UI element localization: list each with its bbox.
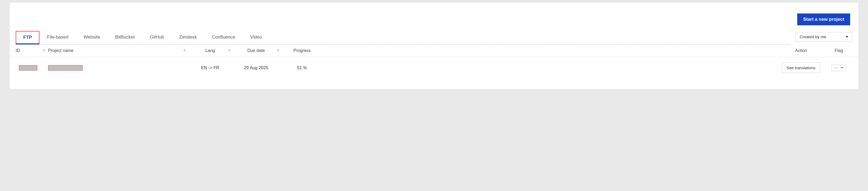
col-header-name-label: Project name — [48, 48, 73, 53]
tab-website[interactable]: Website — [76, 31, 107, 44]
tabs: FTP File-based Website BitBucket GitHub … — [16, 31, 790, 44]
col-header-flag: Flag — [825, 48, 852, 53]
redacted-id — [19, 65, 37, 71]
tab-confluence[interactable]: Confluence — [205, 31, 243, 44]
chevron-down-icon — [841, 67, 843, 69]
col-header-lang[interactable]: Lang — [189, 48, 232, 53]
filter-icon[interactable] — [183, 49, 186, 52]
col-header-lang-label: Lang — [205, 48, 215, 53]
tab-github[interactable]: GitHub — [142, 31, 172, 44]
chevron-down-icon — [845, 36, 848, 38]
tab-zendesk[interactable]: Zendesk — [172, 31, 204, 44]
filter-icon[interactable] — [42, 49, 46, 52]
start-new-project-button[interactable]: Start a new project — [797, 13, 850, 25]
top-bar: Start a new project — [10, 3, 858, 31]
col-header-flag-label: Flag — [835, 48, 843, 53]
flag-dropdown[interactable] — [831, 65, 846, 71]
cell-lang: EN -> FR — [189, 66, 232, 70]
table-row: EN -> FR 29 Aug 2025 51 % See translatio… — [10, 57, 858, 78]
tab-video[interactable]: Video — [243, 31, 270, 44]
ownership-filter-label: Created by me — [800, 35, 826, 39]
cell-flag — [825, 64, 852, 71]
cell-progress: 51 % — [280, 66, 323, 70]
projects-panel: Start a new project FTP File-based Websi… — [10, 3, 858, 89]
see-translations-button[interactable]: See translations — [782, 63, 820, 73]
table-header: ID ↓ Project name Lang Due date — [10, 44, 858, 57]
minus-icon — [834, 68, 838, 68]
cell-action: See translations — [777, 63, 825, 73]
col-header-action-label: Action — [795, 48, 807, 53]
col-header-due-date[interactable]: Due date — [232, 48, 280, 53]
col-header-id-label: ID — [16, 48, 20, 53]
redacted-project-name — [48, 65, 83, 71]
col-header-action: Action — [777, 48, 825, 53]
cell-due-date: 29 Aug 2025 — [232, 66, 280, 70]
col-header-id[interactable]: ID ↓ — [16, 48, 48, 53]
tab-underline-shadow — [16, 44, 790, 45]
col-header-project-name[interactable]: Project name — [48, 48, 189, 53]
cell-project-name — [48, 65, 189, 71]
tabs-row: FTP File-based Website BitBucket GitHub … — [10, 31, 858, 44]
col-header-due-label: Due date — [247, 48, 265, 53]
col-header-progress[interactable]: Progress — [280, 48, 323, 53]
tab-ftp[interactable]: FTP — [16, 31, 39, 44]
filter-icon[interactable] — [276, 49, 280, 52]
cell-id — [16, 65, 48, 71]
col-header-progress-label: Progress — [293, 48, 311, 53]
sort-desc-icon: ↓ — [22, 49, 24, 52]
ownership-filter-dropdown[interactable]: Created by me — [796, 32, 852, 41]
tab-bitbucket[interactable]: BitBucket — [108, 31, 143, 44]
tab-file-based[interactable]: File-based — [39, 31, 76, 44]
filter-icon[interactable] — [227, 49, 231, 52]
